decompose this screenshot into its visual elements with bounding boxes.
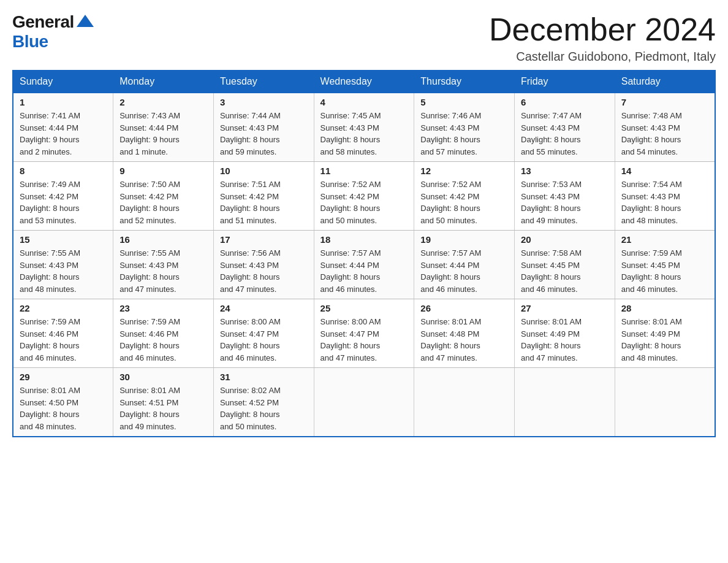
day-info: Sunrise: 7:56 AMSunset: 4:43 PMDaylight:… [220, 247, 308, 295]
day-info: Sunrise: 7:52 AMSunset: 4:42 PMDaylight:… [320, 178, 408, 226]
day-number: 11 [320, 166, 408, 176]
day-number: 28 [621, 303, 708, 313]
day-number: 5 [420, 97, 508, 107]
day-info: Sunrise: 7:55 AMSunset: 4:43 PMDaylight:… [119, 247, 207, 295]
calendar-cell: 25Sunrise: 8:00 AMSunset: 4:47 PMDayligh… [314, 299, 414, 368]
day-info: Sunrise: 7:44 AMSunset: 4:43 PMDaylight:… [220, 110, 308, 158]
day-number: 8 [20, 166, 107, 176]
day-number: 26 [420, 303, 508, 313]
day-info: Sunrise: 8:01 AMSunset: 4:50 PMDaylight:… [20, 385, 107, 432]
day-info: Sunrise: 8:02 AMSunset: 4:52 PMDaylight:… [220, 385, 308, 432]
calendar-cell: 15Sunrise: 7:55 AMSunset: 4:43 PMDayligh… [13, 231, 113, 299]
day-info: Sunrise: 7:52 AMSunset: 4:42 PMDaylight:… [420, 178, 508, 226]
day-info: Sunrise: 7:59 AMSunset: 4:46 PMDaylight:… [20, 316, 107, 364]
calendar-cell: 29Sunrise: 8:01 AMSunset: 4:50 PMDayligh… [13, 368, 113, 437]
calendar-cell: 17Sunrise: 7:56 AMSunset: 4:43 PMDayligh… [213, 231, 314, 299]
day-info: Sunrise: 7:49 AMSunset: 4:42 PMDaylight:… [20, 178, 107, 226]
day-number: 1 [20, 97, 107, 107]
calendar-cell: 27Sunrise: 8:01 AMSunset: 4:49 PMDayligh… [515, 299, 615, 368]
day-number: 25 [320, 303, 408, 313]
col-header-monday: Monday [113, 71, 214, 93]
calendar-cell: 30Sunrise: 8:01 AMSunset: 4:51 PMDayligh… [113, 368, 214, 437]
day-number: 9 [119, 166, 207, 176]
calendar-cell [615, 368, 715, 437]
day-info: Sunrise: 7:53 AMSunset: 4:43 PMDaylight:… [521, 178, 609, 226]
day-number: 13 [521, 166, 609, 176]
col-header-tuesday: Tuesday [213, 71, 314, 93]
calendar-cell: 21Sunrise: 7:59 AMSunset: 4:45 PMDayligh… [615, 231, 715, 299]
day-info: Sunrise: 7:48 AMSunset: 4:43 PMDaylight:… [621, 110, 708, 158]
day-info: Sunrise: 7:46 AMSunset: 4:43 PMDaylight:… [420, 110, 508, 158]
day-number: 21 [621, 234, 708, 245]
day-info: Sunrise: 8:00 AMSunset: 4:47 PMDaylight:… [220, 316, 308, 364]
day-info: Sunrise: 7:50 AMSunset: 4:42 PMDaylight:… [119, 178, 207, 226]
calendar-cell: 20Sunrise: 7:58 AMSunset: 4:45 PMDayligh… [515, 231, 615, 299]
page-header: General Blue December 2024 Castellar Gui… [12, 12, 716, 64]
calendar-cell: 1Sunrise: 7:41 AMSunset: 4:44 PMDaylight… [13, 93, 113, 162]
logo-general: General [12, 12, 74, 32]
calendar-cell: 5Sunrise: 7:46 AMSunset: 4:43 PMDaylight… [414, 93, 515, 162]
calendar-cell: 26Sunrise: 8:01 AMSunset: 4:48 PMDayligh… [414, 299, 515, 368]
col-header-friday: Friday [515, 71, 615, 93]
calendar-cell: 16Sunrise: 7:55 AMSunset: 4:43 PMDayligh… [113, 231, 214, 299]
logo-triangle-icon [77, 15, 94, 27]
day-info: Sunrise: 7:55 AMSunset: 4:43 PMDaylight:… [20, 247, 107, 295]
calendar-cell: 13Sunrise: 7:53 AMSunset: 4:43 PMDayligh… [515, 162, 615, 231]
day-number: 27 [521, 303, 609, 313]
day-info: Sunrise: 7:57 AMSunset: 4:44 PMDaylight:… [420, 247, 508, 295]
day-number: 29 [20, 372, 107, 382]
day-number: 2 [119, 97, 207, 107]
col-header-sunday: Sunday [13, 71, 113, 93]
day-info: Sunrise: 7:54 AMSunset: 4:43 PMDaylight:… [621, 178, 708, 226]
day-info: Sunrise: 7:59 AMSunset: 4:46 PMDaylight:… [119, 316, 207, 364]
calendar-cell: 23Sunrise: 7:59 AMSunset: 4:46 PMDayligh… [113, 299, 214, 368]
calendar-cell: 12Sunrise: 7:52 AMSunset: 4:42 PMDayligh… [414, 162, 515, 231]
day-number: 20 [521, 234, 609, 245]
day-info: Sunrise: 7:57 AMSunset: 4:44 PMDaylight:… [320, 247, 408, 295]
day-number: 12 [420, 166, 508, 176]
calendar-cell: 11Sunrise: 7:52 AMSunset: 4:42 PMDayligh… [314, 162, 414, 231]
calendar-cell: 2Sunrise: 7:43 AMSunset: 4:44 PMDaylight… [113, 93, 214, 162]
day-info: Sunrise: 7:47 AMSunset: 4:43 PMDaylight:… [521, 110, 609, 158]
day-number: 7 [621, 97, 708, 107]
calendar-cell: 19Sunrise: 7:57 AMSunset: 4:44 PMDayligh… [414, 231, 515, 299]
day-number: 22 [20, 303, 107, 313]
day-number: 15 [20, 234, 107, 245]
calendar-cell: 10Sunrise: 7:51 AMSunset: 4:42 PMDayligh… [213, 162, 314, 231]
calendar-subtitle: Castellar Guidobono, Piedmont, Italy [489, 50, 716, 64]
day-number: 6 [521, 97, 609, 107]
logo-blue: Blue [12, 32, 48, 52]
calendar-week-row: 8Sunrise: 7:49 AMSunset: 4:42 PMDaylight… [13, 162, 715, 231]
calendar-cell: 18Sunrise: 7:57 AMSunset: 4:44 PMDayligh… [314, 231, 414, 299]
calendar-cell: 31Sunrise: 8:02 AMSunset: 4:52 PMDayligh… [213, 368, 314, 437]
day-info: Sunrise: 8:01 AMSunset: 4:51 PMDaylight:… [119, 385, 207, 432]
day-info: Sunrise: 7:59 AMSunset: 4:45 PMDaylight:… [621, 247, 708, 295]
calendar-cell [314, 368, 414, 437]
day-info: Sunrise: 8:01 AMSunset: 4:49 PMDaylight:… [521, 316, 609, 364]
logo: General Blue [12, 12, 94, 52]
day-number: 17 [220, 234, 308, 245]
calendar-cell: 7Sunrise: 7:48 AMSunset: 4:43 PMDaylight… [615, 93, 715, 162]
col-header-saturday: Saturday [615, 71, 715, 93]
calendar-cell [515, 368, 615, 437]
calendar-week-row: 22Sunrise: 7:59 AMSunset: 4:46 PMDayligh… [13, 299, 715, 368]
calendar-week-row: 1Sunrise: 7:41 AMSunset: 4:44 PMDaylight… [13, 93, 715, 162]
day-number: 4 [320, 97, 408, 107]
calendar-week-row: 29Sunrise: 8:01 AMSunset: 4:50 PMDayligh… [13, 368, 715, 437]
col-header-wednesday: Wednesday [314, 71, 414, 93]
calendar-cell: 14Sunrise: 7:54 AMSunset: 4:43 PMDayligh… [615, 162, 715, 231]
col-header-thursday: Thursday [414, 71, 515, 93]
day-number: 3 [220, 97, 308, 107]
day-info: Sunrise: 7:58 AMSunset: 4:45 PMDaylight:… [521, 247, 609, 295]
calendar-cell: 22Sunrise: 7:59 AMSunset: 4:46 PMDayligh… [13, 299, 113, 368]
day-number: 19 [420, 234, 508, 245]
calendar-title: December 2024 [489, 12, 716, 47]
calendar-header-row: SundayMondayTuesdayWednesdayThursdayFrid… [13, 71, 715, 93]
calendar-cell: 28Sunrise: 8:01 AMSunset: 4:49 PMDayligh… [615, 299, 715, 368]
title-block: December 2024 Castellar Guidobono, Piedm… [489, 12, 716, 64]
day-number: 18 [320, 234, 408, 245]
calendar-cell: 6Sunrise: 7:47 AMSunset: 4:43 PMDaylight… [515, 93, 615, 162]
calendar-cell: 9Sunrise: 7:50 AMSunset: 4:42 PMDaylight… [113, 162, 214, 231]
calendar-cell: 4Sunrise: 7:45 AMSunset: 4:43 PMDaylight… [314, 93, 414, 162]
day-info: Sunrise: 7:41 AMSunset: 4:44 PMDaylight:… [20, 110, 107, 158]
